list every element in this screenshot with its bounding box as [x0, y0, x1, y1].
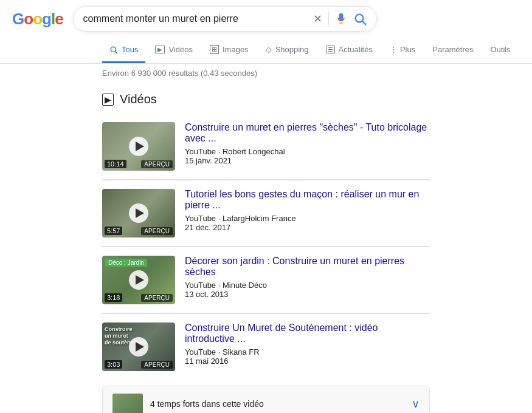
play-button-1[interactable] [129, 137, 148, 156]
video-title-3[interactable]: Décorer son jardin : Construire un muret… [185, 256, 430, 278]
clear-button[interactable]: ✕ [313, 12, 322, 26]
play-button-2[interactable] [129, 203, 148, 223]
apercu-badge-4: APERÇU [141, 361, 173, 369]
search-input[interactable] [83, 13, 313, 24]
video-list: 10:14 APERÇU Construire un muret en pier… [102, 114, 430, 380]
play-button-3[interactable] [129, 270, 148, 290]
voice-search-button[interactable] [335, 13, 347, 25]
video-thumbnail-2: 5:57 APERÇU [102, 189, 175, 237]
play-triangle [136, 208, 144, 218]
deco-badge-3: Déco : Jardin [105, 259, 147, 267]
tab-actualites-label: Actualités [339, 45, 373, 54]
tab-shopping[interactable]: ◇ Shopping [258, 38, 316, 63]
video-thumbnail-1: 10:14 APERÇU [102, 122, 175, 171]
tab-parametres-label: Paramètres [432, 45, 473, 54]
play-triangle [136, 275, 144, 285]
video-thumbnail-4: Construireun muretde soutènement 3:03 AP… [102, 323, 175, 371]
images-tab-icon: ⊞ [210, 45, 219, 54]
duration-badge-4: 3:03 [105, 360, 122, 369]
close-icon: ✕ [313, 12, 322, 26]
apercu-badge-1: APERÇU [141, 160, 173, 168]
chevron-down-icon: ∨ [412, 397, 420, 411]
list-item: Déco : Jardin 3:18 APERÇU Décorer son ja… [102, 247, 430, 313]
video-meta-2: YouTube · LafargHolcim France 21 déc. 20… [185, 214, 430, 232]
temps-forts-bar[interactable]: 4 temps forts dans cette vidéo ∨ [102, 386, 430, 413]
duration-badge-1: 10:14 [105, 160, 126, 168]
play-triangle [136, 142, 144, 151]
svg-line-1 [362, 21, 365, 24]
video-title-2[interactable]: Tutoriel les bons gestes du maçon : réal… [185, 189, 430, 211]
tab-outils[interactable]: Outils [483, 38, 517, 63]
tab-videos[interactable]: ▶ Vidéos [148, 38, 200, 63]
video-title-1[interactable]: Construire un muret en pierres "sèches" … [185, 122, 430, 144]
tab-shopping-label: Shopping [275, 45, 309, 54]
video-tab-icon: ▶ [155, 46, 165, 53]
section-title: Vidéos [120, 92, 157, 106]
tab-tous[interactable]: Tous [102, 38, 145, 63]
tab-plus[interactable]: ⋮ Plus [382, 38, 423, 63]
video-info-3: Décorer son jardin : Construire un muret… [185, 256, 430, 299]
tab-images[interactable]: ⊞ Images [202, 38, 256, 63]
video-meta-3: YouTube · Minute Déco 13 oct. 2013 [185, 281, 430, 299]
more-icon: ⋮ [390, 45, 398, 54]
svg-line-3 [116, 51, 117, 53]
apercu-badge-3: APERÇU [141, 294, 173, 302]
divider [328, 12, 329, 26]
actualites-tab-icon: ☰ [326, 46, 335, 53]
play-button-4[interactable] [129, 337, 148, 357]
video-info-1: Construire un muret en pierres "sèches" … [185, 122, 430, 165]
video-meta-4: YouTube · Sikana FR 11 mai 2016 [185, 347, 430, 366]
videos-section-header: ▶ Vidéos [102, 92, 430, 106]
list-item: 10:14 APERÇU Construire un muret en pier… [102, 114, 430, 180]
temps-thumb [112, 394, 143, 413]
duration-badge-2: 5:57 [105, 227, 122, 235]
mic-icon [335, 13, 347, 25]
nav-tabs: Tous ▶ Vidéos ⊞ Images ◇ Shopping ☰ Actu… [0, 38, 532, 64]
tab-plus-label: Plus [400, 45, 415, 54]
video-section-icon: ▶ [102, 94, 114, 106]
tab-tous-label: Tous [122, 45, 138, 54]
apercu-badge-2: APERÇU [141, 227, 173, 235]
main-content: ▶ Vidéos 10:14 APERÇU Construire un mure… [0, 92, 532, 413]
tab-outils-label: Outils [490, 45, 510, 54]
video-thumbnail-3: Déco : Jardin 3:18 APERÇU [102, 256, 175, 304]
video-meta-1: YouTube · Robert Longechal 15 janv. 2021 [185, 147, 430, 165]
header: Google ✕ [0, 0, 532, 38]
tab-videos-label: Vidéos [168, 45, 193, 54]
video-title-4[interactable]: Construire Un Muret de Soutènement : vid… [185, 323, 430, 344]
tab-images-label: Images [223, 45, 249, 54]
search-bar: ✕ [73, 6, 377, 32]
temps-forts-text: 4 temps forts dans cette vidéo [150, 399, 264, 409]
video-info-4: Construire Un Muret de Soutènement : vid… [185, 323, 430, 366]
search-icon [353, 12, 367, 26]
results-info: Environ 6 930 000 résultats (0,43 second… [0, 64, 532, 83]
video-info-2: Tutoriel les bons gestes du maçon : réal… [185, 189, 430, 232]
list-item: 5:57 APERÇU Tutoriel les bons gestes du … [102, 180, 430, 247]
search-tab-icon [109, 46, 118, 54]
shopping-tab-icon: ◇ [266, 45, 272, 54]
play-triangle [136, 342, 144, 352]
list-item: Construireun muretde soutènement 3:03 AP… [102, 314, 430, 380]
tab-parametres[interactable]: Paramètres [425, 38, 480, 63]
search-button[interactable] [353, 12, 367, 26]
tab-actualites[interactable]: ☰ Actualités [319, 38, 380, 63]
google-logo: Google [12, 10, 63, 29]
duration-badge-3: 3:18 [105, 293, 122, 302]
